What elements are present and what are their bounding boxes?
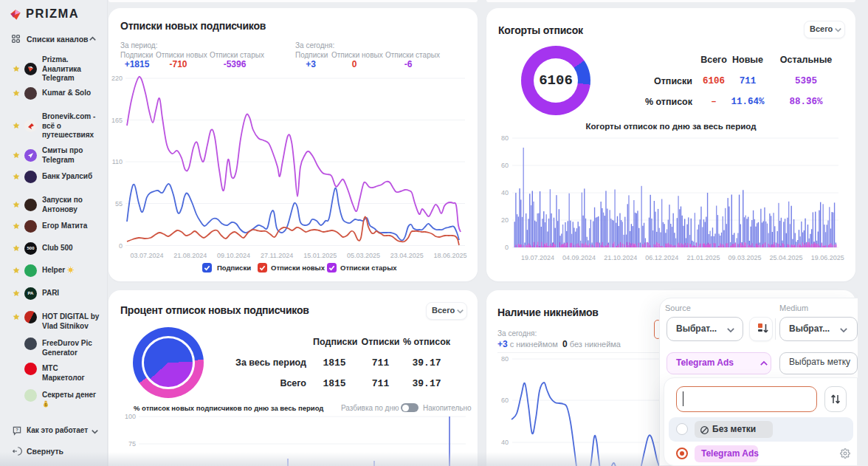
svg-text:40: 40 — [501, 439, 509, 446]
svg-text:80: 80 — [501, 355, 509, 363]
svg-text:60: 60 — [501, 397, 509, 404]
